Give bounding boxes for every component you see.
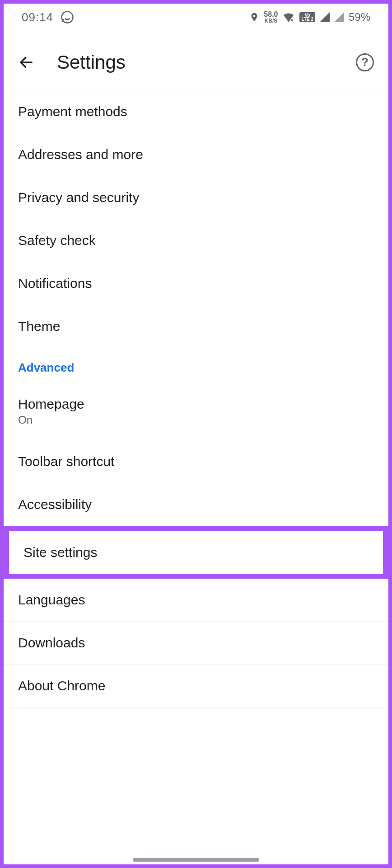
- setting-label: Toolbar shortcut: [18, 454, 374, 469]
- setting-label: Accessibility: [18, 497, 374, 512]
- help-icon[interactable]: ?: [356, 53, 374, 71]
- svg-point-0: [62, 12, 73, 23]
- setting-sublabel: On: [18, 414, 374, 426]
- setting-toolbar-shortcut[interactable]: Toolbar shortcut: [4, 440, 388, 483]
- setting-homepage[interactable]: Homepage On: [4, 383, 388, 440]
- location-icon: [249, 11, 259, 24]
- setting-label: Payment methods: [18, 104, 374, 119]
- setting-label: About Chrome: [18, 678, 374, 693]
- setting-downloads[interactable]: Downloads: [4, 622, 388, 665]
- setting-label: Safety check: [18, 233, 374, 248]
- page-title: Settings: [57, 52, 333, 73]
- settings-list[interactable]: Payment methods Addresses and more Priva…: [4, 94, 388, 864]
- setting-payment-methods[interactable]: Payment methods: [4, 94, 388, 133]
- setting-safety-check[interactable]: Safety check: [4, 219, 388, 262]
- whatsapp-icon: [61, 10, 74, 24]
- status-time: 09:14: [22, 10, 53, 24]
- setting-label: Notifications: [18, 276, 374, 291]
- back-button[interactable]: [18, 54, 34, 71]
- setting-label: Site settings: [23, 545, 369, 560]
- setting-label: Downloads: [18, 635, 374, 651]
- setting-addresses[interactable]: Addresses and more: [4, 133, 388, 176]
- wifi-icon: [282, 12, 295, 22]
- setting-accessibility[interactable]: Accessibility: [4, 483, 388, 526]
- network-speed: 58.0 KB/S: [264, 11, 278, 24]
- setting-site-settings[interactable]: Site settings: [4, 526, 388, 579]
- setting-about-chrome[interactable]: About Chrome: [4, 665, 388, 708]
- setting-label: Theme: [18, 319, 374, 334]
- setting-privacy[interactable]: Privacy and security: [4, 176, 388, 219]
- setting-label: Addresses and more: [18, 147, 374, 162]
- status-bar: 09:14 58.0 KB/S: [4, 4, 388, 31]
- setting-label: Privacy and security: [18, 190, 374, 205]
- setting-label: Homepage: [18, 396, 374, 412]
- signal-icon-1: [320, 12, 330, 22]
- setting-theme[interactable]: Theme: [4, 305, 388, 348]
- battery-percent: 59%: [349, 11, 370, 24]
- svg-point-1: [291, 19, 293, 21]
- app-bar: Settings ?: [4, 31, 388, 94]
- setting-languages[interactable]: Languages: [4, 579, 388, 622]
- setting-notifications[interactable]: Notifications: [4, 262, 388, 305]
- signal-icon-2: [334, 12, 344, 22]
- setting-label: Languages: [18, 592, 374, 608]
- volte-badge: Vo LTE 2: [299, 12, 315, 22]
- navigation-handle[interactable]: [133, 858, 259, 862]
- section-header-advanced: Advanced: [4, 348, 388, 383]
